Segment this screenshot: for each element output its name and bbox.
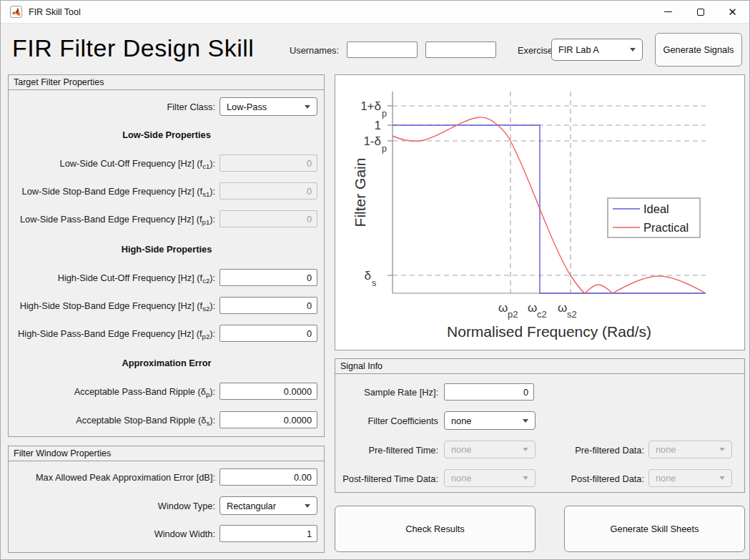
passband-ripple-field[interactable] xyxy=(219,383,317,400)
low-passband-label: Low-Side Pass-Band Edge Frequency [Hz] (… xyxy=(11,214,215,225)
svg-text:1+δ: 1+δ xyxy=(360,99,381,113)
chevron-down-icon xyxy=(523,419,528,423)
filter-response-plot: 1+δp 1 1-δp δs ωp2 ωc2 ωs2 Filter Gain N… xyxy=(335,74,745,350)
filter-coefficients-dropdown[interactable]: none xyxy=(444,411,536,430)
post-filtered-time-value: none xyxy=(451,473,518,483)
post-filtered-data-dropdown: none xyxy=(648,469,732,487)
window-title: FIR Skill Tool xyxy=(29,7,81,17)
pre-filtered-data-value: none xyxy=(656,444,715,455)
high-cutoff-label: High-Side Cut-Off Frequency [Hz] (fc2): xyxy=(11,272,215,283)
high-stopband-field[interactable] xyxy=(219,297,317,314)
post-filtered-time-label: Post-filtered Time Data: xyxy=(338,473,438,484)
svg-text:c2: c2 xyxy=(537,309,547,320)
sample-rate-field[interactable] xyxy=(444,383,534,401)
svg-text:s: s xyxy=(372,278,376,288)
low-cutoff-field xyxy=(219,154,317,172)
low-cutoff-label: Low-Side Cut-Off Frequency [Hz] (fc1): xyxy=(11,158,215,169)
high-passband-field[interactable] xyxy=(219,325,317,342)
filter-class-label: Filter Class: xyxy=(11,102,215,112)
pre-filtered-data-label: Pre-filtered Data: xyxy=(566,445,644,456)
maximize-button[interactable] xyxy=(684,1,716,23)
post-filtered-data-value: none xyxy=(656,473,715,483)
generate-signals-button[interactable]: Generate Signals xyxy=(655,33,742,67)
usernames-label: Usernames: xyxy=(290,45,339,56)
chevron-down-icon xyxy=(523,448,528,451)
high-side-heading: High-Side Properties xyxy=(11,244,322,255)
filter-coefficients-label: Filter Coefficients xyxy=(338,416,438,426)
fir-skill-tool-window: FIR Skill Tool ✕ FIR Filter Design Skill… xyxy=(0,0,750,560)
generate-skill-sheets-button[interactable]: Generate Skill Sheets xyxy=(564,506,745,552)
chevron-down-icon xyxy=(305,105,310,109)
low-stopband-field xyxy=(219,182,317,200)
filter-class-dropdown[interactable]: Low-Pass xyxy=(219,97,317,116)
exercise-dropdown[interactable]: FIR Lab A xyxy=(551,39,643,61)
max-error-field[interactable] xyxy=(219,468,317,486)
dashed-guides xyxy=(393,92,706,293)
chevron-down-icon xyxy=(630,48,636,51)
legend-practical-label: Practical xyxy=(643,221,689,234)
post-filtered-data-label: Post-filtered Data: xyxy=(566,473,644,484)
pre-filtered-data-dropdown: none xyxy=(648,441,732,458)
maximize-icon xyxy=(697,9,704,16)
minimize-icon xyxy=(664,11,672,12)
approximation-error-heading: Approximation Error xyxy=(11,358,322,368)
filter-class-value: Low-Pass xyxy=(227,102,300,112)
username-field-2[interactable] xyxy=(425,41,496,58)
pre-filtered-time-dropdown: none xyxy=(444,441,536,458)
legend-ideal-label: Ideal xyxy=(643,202,669,215)
window-type-dropdown[interactable]: Rectangular xyxy=(219,496,317,515)
x-tick-labels: ωp2 ωc2 ωs2 xyxy=(498,301,577,320)
svg-text:ω: ω xyxy=(558,301,567,315)
page-title: FIR Filter Design Skill xyxy=(12,34,254,62)
pre-filtered-time-label: Pre-filtered Time: xyxy=(338,445,438,456)
svg-text:ω: ω xyxy=(528,301,537,315)
x-axis-label: Normalised Frequency (Rad/s) xyxy=(447,323,651,340)
y-axis-label: Filter Gain xyxy=(352,158,368,227)
high-cutoff-field[interactable] xyxy=(219,269,317,286)
window-width-label: Window Width: xyxy=(11,529,215,539)
username-field-1[interactable] xyxy=(347,41,418,58)
matlab-icon xyxy=(10,6,22,18)
target-panel-title: Target Filter Properties xyxy=(9,75,324,90)
svg-text:p2: p2 xyxy=(508,309,518,320)
max-error-label: Max Allowed Peak Approximation Error [dB… xyxy=(11,472,215,483)
axes-spines xyxy=(388,92,706,293)
window-type-value: Rectangular xyxy=(227,501,300,511)
svg-text:1-δ: 1-δ xyxy=(363,134,381,148)
svg-text:1: 1 xyxy=(375,119,381,132)
chevron-down-icon xyxy=(719,448,725,451)
chevron-down-icon xyxy=(305,504,310,508)
high-passband-label: High-Side Pass-Band Edge Frequency [Hz] … xyxy=(11,328,215,339)
check-results-button[interactable]: Check Results xyxy=(335,506,536,552)
svg-text:s2: s2 xyxy=(567,309,577,320)
close-button[interactable]: ✕ xyxy=(716,1,749,23)
high-stopband-label: High-Side Stop-Band Edge Frequency [Hz] … xyxy=(11,300,215,311)
window-panel-title: Filter Window Properties xyxy=(9,446,324,461)
low-passband-field xyxy=(219,210,317,227)
svg-text:p: p xyxy=(382,144,387,154)
close-icon: ✕ xyxy=(728,6,737,17)
chevron-down-icon xyxy=(523,476,528,480)
filter-coefficients-value: none xyxy=(451,416,518,426)
window-type-label: Window Type: xyxy=(11,501,215,511)
sample-rate-label: Sample Rate [Hz]: xyxy=(338,387,438,398)
pre-filtered-time-value: none xyxy=(451,444,518,455)
minimize-button[interactable] xyxy=(652,1,684,23)
low-stopband-label: Low-Side Stop-Band Edge Frequency [Hz] (… xyxy=(11,186,215,197)
post-filtered-time-dropdown: none xyxy=(444,469,536,487)
svg-text:p: p xyxy=(382,109,387,119)
stopband-ripple-label: Acceptable Stop-Band Ripple (δs): xyxy=(11,415,215,426)
stopband-ripple-field[interactable] xyxy=(219,411,317,428)
plot-legend: Ideal Practical xyxy=(608,198,700,237)
svg-text:δ: δ xyxy=(365,269,371,283)
signal-panel-title: Signal Info xyxy=(335,359,744,374)
low-side-heading: Low-Side Properties xyxy=(11,129,322,140)
title-bar: FIR Skill Tool ✕ xyxy=(1,1,750,24)
exercise-label: Exercise: xyxy=(518,45,556,56)
plot-canvas: 1+δp 1 1-δp δs ωp2 ωc2 ωs2 Filter Gain N… xyxy=(335,75,744,350)
svg-text:ω: ω xyxy=(498,301,508,315)
chevron-down-icon xyxy=(719,476,725,480)
passband-ripple-label: Acceptable Pass-Band Ripple (δp): xyxy=(11,386,215,397)
window-width-field[interactable] xyxy=(219,525,317,542)
exercise-dropdown-value: FIR Lab A xyxy=(558,44,626,55)
